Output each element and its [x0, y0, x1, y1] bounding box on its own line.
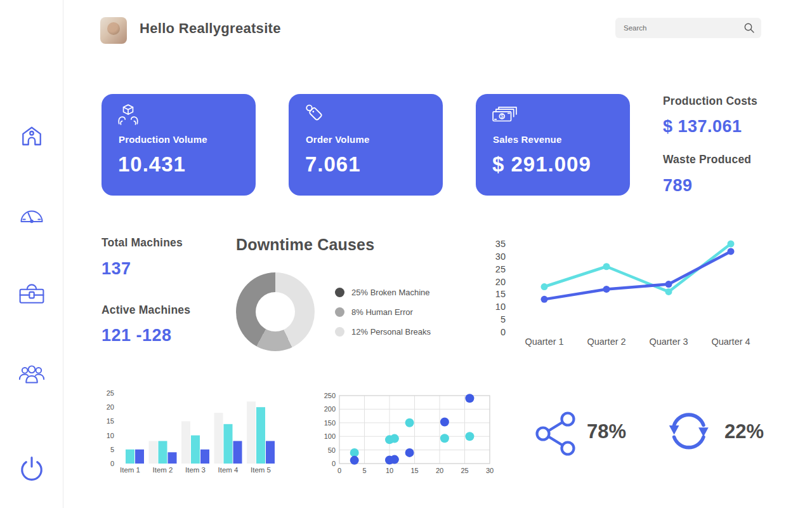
card-value: $ 291.009 [492, 152, 591, 177]
search-icon[interactable] [743, 22, 755, 34]
gauge-icon [18, 206, 45, 224]
search-input[interactable] [615, 18, 743, 38]
y-tick-label: 25 [495, 264, 506, 274]
price-tag-icon [304, 104, 326, 129]
share-percentage: 78% [587, 420, 626, 443]
legend-dot [335, 327, 344, 337]
home-icon [20, 124, 44, 147]
y-tick-label: 0 [110, 460, 114, 467]
x-category-label: Item 2 [153, 466, 173, 474]
data-point [465, 394, 474, 403]
y-tick-label: 20 [495, 277, 506, 287]
stat-value: $ 137.061 [663, 117, 742, 137]
quarterly-line-chart: 35302520151050Quarter 1Quarter 2Quarter … [483, 236, 756, 354]
users-icon [17, 364, 46, 384]
line-series [544, 251, 731, 299]
section-title-downtime-causes: Downtime Causes [236, 236, 374, 254]
bar [149, 441, 158, 464]
x-category-label: Item 5 [251, 466, 271, 474]
bar [191, 436, 200, 464]
legend-label: 12% Personal Breaks [351, 327, 431, 337]
card-production-volume: Production Volume 10.431 [102, 94, 256, 196]
data-point [541, 283, 548, 290]
scatter-chart: 051015202530050100150200250 [316, 389, 501, 478]
stat-value: 789 [663, 176, 693, 196]
y-tick-label: 0 [332, 460, 336, 467]
data-point [728, 241, 735, 248]
x-tick-label: 30 [486, 467, 494, 474]
sync-percentage: 22% [724, 420, 764, 443]
y-tick-label: 250 [324, 392, 336, 399]
y-tick-label: 5 [110, 446, 114, 453]
x-category-label: Item 4 [218, 466, 239, 474]
bar [168, 452, 177, 464]
x-category-label: Quarter 2 [587, 337, 625, 347]
data-point [603, 263, 610, 270]
data-point [350, 456, 359, 465]
x-tick-label: 20 [436, 467, 443, 474]
bar [181, 421, 190, 464]
sidebar-item-jobs[interactable] [0, 283, 63, 304]
y-tick-label: 25 [107, 389, 114, 397]
y-tick-label: 200 [324, 405, 336, 413]
items-bar-chart: 0510152025Item 1Item 2Item 3Item 4Item 5 [100, 386, 297, 481]
x-category-label: Quarter 4 [711, 337, 750, 347]
data-point [465, 432, 474, 441]
avatar[interactable] [100, 17, 127, 44]
x-category-label: Item 1 [120, 466, 140, 474]
data-point [541, 296, 548, 303]
legend-dot [335, 307, 344, 317]
stat-label: Total Machines [102, 236, 183, 250]
y-tick-label: 30 [495, 251, 506, 262]
sidebar-item-home[interactable] [0, 124, 63, 147]
y-tick-label: 35 [495, 239, 506, 249]
sidebar-item-logout[interactable] [0, 455, 63, 482]
bar [224, 424, 233, 464]
sidebar-item-performance[interactable] [0, 206, 63, 224]
data-point [728, 248, 735, 255]
data-point [603, 286, 610, 293]
card-label: Sales Revenue [493, 134, 562, 145]
card-label: Production Volume [119, 134, 207, 145]
bar [266, 441, 275, 464]
stat-label: Waste Produced [663, 153, 751, 166]
card-sales-revenue: $ Sales Revenue $ 291.009 [476, 94, 630, 196]
data-point [665, 288, 672, 295]
sidebar-item-users[interactable] [0, 364, 63, 384]
legend-label: 25% Broken Machine [351, 288, 430, 297]
y-tick-label: 100 [324, 432, 336, 440]
y-tick-label: 10 [495, 302, 506, 312]
stat-value: 121 -128 [102, 326, 172, 345]
legend-item: 25% Broken Machine [335, 287, 430, 297]
y-tick-label: 20 [107, 403, 114, 411]
x-tick-label: 15 [410, 467, 418, 474]
bar [247, 401, 256, 464]
data-point [350, 448, 359, 457]
stat-value: 137 [102, 259, 131, 279]
y-tick-label: 150 [324, 419, 336, 427]
data-point [665, 281, 672, 288]
x-category-label: Quarter 3 [649, 337, 688, 347]
bar [233, 441, 242, 464]
card-value: 7.061 [305, 152, 361, 177]
bar [135, 450, 144, 464]
x-tick-label: 25 [461, 467, 468, 474]
power-icon [20, 455, 44, 482]
card-order-volume: Order Volume 7.061 [289, 94, 443, 196]
search-box [615, 18, 761, 38]
data-point [390, 455, 399, 464]
bar [159, 441, 167, 464]
bar [126, 450, 134, 464]
x-category-label: Quarter 1 [525, 337, 563, 347]
x-tick-label: 10 [386, 467, 393, 474]
bar [214, 413, 223, 464]
page-title: Hello Reallygreatsite [140, 20, 281, 37]
bar [200, 450, 209, 464]
stat-label: Active Machines [102, 304, 190, 317]
line-series [544, 244, 731, 291]
sync-icon [666, 409, 714, 457]
x-tick-label: 5 [362, 467, 366, 474]
share-icon [534, 410, 578, 460]
data-point [440, 418, 449, 427]
briefcase-icon [18, 283, 45, 304]
